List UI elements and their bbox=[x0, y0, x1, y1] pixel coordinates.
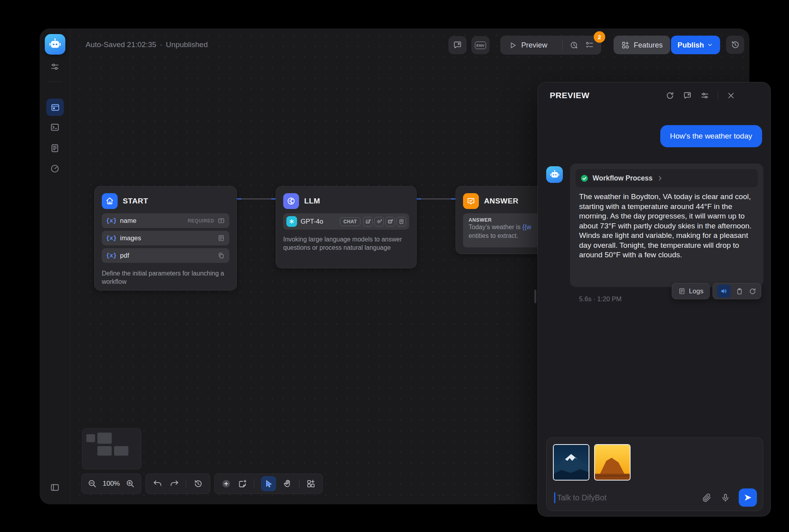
variable-token: {x} bbox=[106, 235, 116, 241]
chevron-down-icon bbox=[707, 42, 713, 48]
env-variables-button[interactable]: ENV bbox=[471, 36, 490, 54]
canvas-scrollbar[interactable] bbox=[534, 290, 536, 303]
restart-conversation-button[interactable] bbox=[665, 91, 675, 100]
copy-message-button[interactable] bbox=[736, 287, 743, 295]
chevron-right-icon bbox=[657, 175, 663, 182]
logs-button[interactable]: Logs bbox=[672, 283, 710, 299]
robot-icon bbox=[48, 38, 62, 51]
sidebar-item-api[interactable] bbox=[50, 122, 60, 132]
start-field-images[interactable]: {x} images bbox=[102, 231, 229, 245]
add-node-button[interactable] bbox=[221, 479, 231, 488]
chat-clear-icon bbox=[683, 91, 692, 100]
files-icon bbox=[217, 252, 225, 259]
required-label: REQUIRED bbox=[188, 218, 214, 224]
app-logo[interactable] bbox=[45, 34, 65, 55]
send-message-button[interactable] bbox=[739, 488, 757, 507]
variable-token: {x} bbox=[106, 218, 116, 224]
workflow-process-label: Workflow Process bbox=[593, 174, 652, 182]
logs-label: Logs bbox=[689, 287, 703, 295]
organize-nodes-button[interactable] bbox=[306, 479, 316, 488]
sidebar-item-monitoring[interactable] bbox=[50, 163, 60, 173]
openai-logo-icon bbox=[286, 216, 297, 227]
close-preview-button[interactable] bbox=[726, 91, 736, 100]
pointer-mode-button[interactable] bbox=[261, 476, 276, 491]
preview-panel-title: PREVIEW bbox=[550, 91, 657, 100]
sidebar-item-orchestrate-settings[interactable] bbox=[50, 61, 60, 72]
run-control-group: Preview bbox=[500, 36, 601, 55]
version-history-button[interactable] bbox=[726, 36, 744, 54]
model-capabilities: CHAT bbox=[340, 217, 406, 226]
bot-message-card: Workflow Process The weather in Boydton,… bbox=[570, 163, 763, 287]
status-separator: · bbox=[160, 40, 162, 49]
vision-capability-icon bbox=[363, 217, 373, 226]
start-field-name[interactable]: {x} name REQUIRED bbox=[102, 213, 229, 228]
regenerate-icon bbox=[749, 287, 757, 295]
toolbar-divider bbox=[254, 479, 254, 488]
publish-label: Publish bbox=[678, 41, 704, 49]
llm-brain-icon bbox=[286, 196, 296, 206]
new-conversation-button[interactable] bbox=[683, 91, 692, 100]
collapse-panel-icon bbox=[50, 483, 60, 492]
hand-mode-button[interactable] bbox=[283, 479, 292, 488]
screenshot-root: Auto-Saved 21:02:35 · Unpublished ENV Pr… bbox=[0, 0, 789, 532]
canvas-minimap[interactable] bbox=[82, 428, 141, 469]
chat-input-box bbox=[546, 437, 763, 511]
env-icon: ENV bbox=[475, 42, 486, 49]
window-blocks-icon bbox=[50, 103, 60, 112]
features-grid-icon bbox=[621, 41, 630, 49]
message-actions: Logs bbox=[672, 283, 761, 299]
attachment-thumbnail-mountain-night[interactable] bbox=[553, 444, 589, 481]
microphone-icon bbox=[721, 493, 730, 502]
sidebar-collapse-button[interactable] bbox=[50, 482, 60, 492]
preview-panel: PREVIEW How's the weather today bbox=[537, 82, 771, 517]
attachment-thumbnail-mountain-sunset[interactable] bbox=[594, 444, 631, 481]
field-meta bbox=[217, 252, 225, 259]
clear-conversation-button[interactable] bbox=[448, 36, 467, 54]
node-title: START bbox=[123, 197, 148, 205]
llm-model-selector[interactable]: GPT-4o CHAT bbox=[283, 213, 409, 230]
conversation-settings-button[interactable] bbox=[700, 91, 709, 100]
zoom-out-button[interactable] bbox=[88, 479, 97, 488]
voice-input-button[interactable] bbox=[721, 493, 730, 502]
change-history-button[interactable] bbox=[193, 479, 203, 488]
workflow-process-toggle[interactable]: Workflow Process bbox=[576, 169, 758, 187]
publish-button[interactable]: Publish bbox=[671, 36, 720, 54]
node-start[interactable]: START {x} name REQUIRED {x} images bbox=[94, 186, 237, 291]
field-meta bbox=[217, 234, 225, 242]
clipboard-icon bbox=[736, 287, 743, 295]
redo-button[interactable] bbox=[170, 479, 179, 488]
zoom-in-button[interactable] bbox=[126, 479, 135, 488]
edge-llm-to-answer[interactable] bbox=[417, 198, 455, 200]
model-name: GPT-4o bbox=[301, 218, 323, 225]
chat-input[interactable] bbox=[556, 493, 693, 503]
features-button[interactable]: Features bbox=[614, 36, 670, 54]
success-check-icon bbox=[581, 175, 588, 182]
regenerate-button[interactable] bbox=[749, 287, 757, 295]
zoom-level[interactable]: 100% bbox=[103, 480, 120, 488]
undo-button[interactable] bbox=[153, 479, 162, 488]
cursor-icon bbox=[264, 479, 273, 488]
start-field-pdf[interactable]: {x} pdf bbox=[102, 248, 229, 263]
sidebar-item-orchestrate[interactable] bbox=[46, 99, 64, 116]
node-title: ANSWER bbox=[484, 197, 518, 205]
history-icon bbox=[193, 479, 203, 488]
field-name: pdf bbox=[120, 252, 129, 259]
run-group-divider bbox=[562, 41, 562, 49]
zoom-out-icon bbox=[88, 479, 97, 488]
run-history-button[interactable] bbox=[570, 41, 579, 50]
terminal-icon bbox=[50, 122, 60, 132]
add-note-button[interactable] bbox=[238, 479, 247, 488]
mountain-night-image bbox=[554, 445, 589, 480]
checklist-button[interactable] bbox=[585, 41, 594, 50]
edge-start-to-llm[interactable] bbox=[237, 198, 276, 200]
node-llm[interactable]: LLM GPT-4o CHAT bbox=[276, 186, 417, 268]
sidebar-divider bbox=[48, 82, 62, 82]
plus-circle-icon bbox=[221, 479, 231, 488]
chat-input-row bbox=[554, 488, 757, 507]
sidebar-item-logs[interactable] bbox=[50, 143, 60, 153]
preview-run-button[interactable]: Preview bbox=[521, 41, 562, 49]
attach-file-button[interactable] bbox=[702, 493, 711, 502]
bot-avatar bbox=[546, 166, 563, 183]
publish-status-text: Unpublished bbox=[166, 40, 208, 49]
text-to-speech-button[interactable] bbox=[717, 285, 730, 298]
